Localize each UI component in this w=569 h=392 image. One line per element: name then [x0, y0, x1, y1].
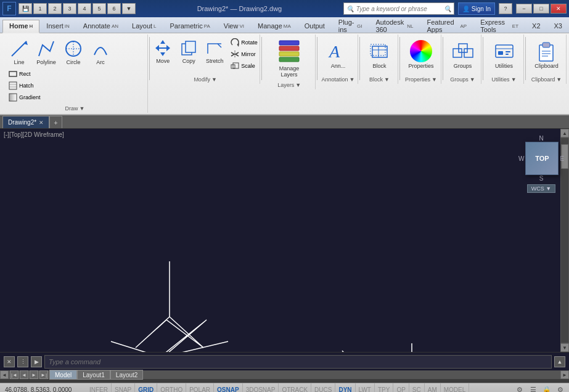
cmd-arrow-button[interactable]: ▶	[31, 356, 42, 367]
quick-btn-5[interactable]: 5	[92, 3, 106, 14]
status-lwt[interactable]: LWT	[356, 383, 375, 393]
annotation-scale-icon[interactable]: ⚙	[514, 384, 526, 393]
utilities-button[interactable]: Utilities	[488, 37, 521, 72]
line-button[interactable]: Line	[6, 37, 32, 67]
tab-autodesk360[interactable]: Autodesk 360NL	[369, 19, 420, 33]
scroll-left-button[interactable]: ◄	[0, 370, 9, 379]
status-infer[interactable]: INFER	[86, 383, 112, 393]
scale-button[interactable]: Scale	[228, 60, 260, 71]
arc-button[interactable]: Arc	[88, 37, 113, 67]
mirror-button[interactable]: Mirror	[228, 49, 260, 60]
status-ortho[interactable]: ORTHO	[157, 383, 186, 393]
viewcube-wcs-button[interactable]: WCS ▼	[527, 184, 555, 193]
stretch-button[interactable]: Stretch	[202, 37, 227, 66]
close-button[interactable]: ✕	[551, 4, 567, 14]
tab-x2[interactable]: X2	[525, 19, 547, 33]
tab-home[interactable]: HomeH	[2, 20, 39, 33]
tab-output[interactable]: Output	[298, 19, 332, 33]
status-otrack[interactable]: OTRACK	[279, 383, 311, 393]
tab-annotate[interactable]: AnnotateAN	[76, 19, 125, 33]
viewcube-box[interactable]: TOP	[525, 142, 559, 175]
group-clipboard-label[interactable]: Clipboard ▼	[530, 75, 563, 83]
status-ducs[interactable]: DUCS	[311, 383, 335, 393]
group-annotation-label[interactable]: Annotation ▼	[321, 75, 355, 83]
group-layers-label[interactable]: Layers ▼	[266, 81, 313, 88]
status-grid[interactable]: GRID	[135, 383, 157, 393]
cmd-close-button[interactable]: ✕	[4, 356, 15, 367]
status-snap[interactable]: SNAP	[112, 383, 135, 393]
doc-tab-drawing2[interactable]: Drawing2* ✕	[2, 116, 49, 128]
status-3dosnap[interactable]: 3DOSNAP	[243, 383, 279, 393]
copy-button[interactable]: Copy	[176, 37, 201, 66]
status-dyn[interactable]: DYN	[335, 383, 355, 393]
nav-start-button[interactable]: |◄	[10, 370, 18, 379]
gradient-button[interactable]: Gradient	[6, 92, 43, 103]
layout-tab-layout1[interactable]: Layout1	[77, 370, 110, 380]
maximize-button[interactable]: □	[533, 4, 549, 14]
title-search-box[interactable]: 🔍 🔍	[343, 2, 454, 15]
layout-tab-layout2[interactable]: Layout2	[110, 370, 144, 380]
nav-end-button[interactable]: ►|	[39, 370, 48, 379]
horizontal-scrollbar[interactable]: ◄ |◄ ◄ ► ►| Model Layout1 Layout2 ►	[0, 370, 569, 379]
tab-view[interactable]: ViewVI	[217, 19, 251, 33]
polyline-button[interactable]: Polyline	[33, 37, 59, 67]
tab-express-tools[interactable]: Express ToolsET	[473, 19, 525, 33]
group-groups-label[interactable]: Groups ▼	[447, 75, 478, 83]
block-button[interactable]: Block	[363, 37, 396, 72]
circle-button[interactable]: Circle	[60, 37, 86, 67]
tab-layout[interactable]: LayoutL	[125, 19, 163, 33]
cmd-options-button[interactable]: ⋮	[17, 356, 28, 367]
quick-btn-1[interactable]: 1	[33, 3, 47, 14]
minimize-button[interactable]: −	[516, 4, 532, 14]
cmd-expand-button[interactable]: ▲	[554, 356, 565, 367]
status-polar[interactable]: POLAR	[186, 383, 214, 393]
quick-save-btn[interactable]: 💾	[18, 3, 32, 14]
quick-btn-3[interactable]: 3	[63, 3, 76, 14]
viewcube[interactable]: N W TOP E S WCS ▼	[520, 135, 563, 193]
manage-layers-button[interactable]: Manage Layers	[266, 37, 313, 81]
group-draw-label[interactable]: Draw ▼	[5, 104, 145, 112]
properties-button[interactable]: Properties	[403, 37, 440, 72]
tab-featured-apps[interactable]: Featured AppsAP	[420, 19, 473, 33]
tab-x3[interactable]: X3	[547, 19, 569, 33]
annotation-button[interactable]: A Ann...	[321, 37, 354, 72]
group-block-label[interactable]: Block ▼	[364, 75, 395, 83]
group-utilities-label[interactable]: Utilities ▼	[487, 75, 521, 83]
status-model[interactable]: MODEL	[441, 383, 470, 393]
group-modify-label[interactable]: Modify ▼	[154, 75, 257, 83]
quick-btn-6[interactable]: 6	[107, 3, 121, 14]
scroll-down-button[interactable]: ▼	[560, 343, 569, 352]
groups-button[interactable]: Groups	[446, 37, 480, 72]
tab-parametric[interactable]: ParametricPA	[163, 19, 217, 33]
quick-btn-2[interactable]: 2	[48, 3, 62, 14]
quick-btn-4[interactable]: 4	[78, 3, 91, 14]
status-am[interactable]: AM	[425, 383, 441, 393]
command-input[interactable]	[44, 355, 552, 369]
scroll-right-button[interactable]: ►	[560, 370, 569, 379]
clipboard-button[interactable]: Clipboard	[529, 37, 564, 72]
settings-icon[interactable]: ⚙	[554, 384, 567, 393]
doc-tab-close-icon[interactable]: ✕	[39, 120, 44, 126]
tab-insert[interactable]: InsertIN	[39, 19, 76, 33]
group-properties-label[interactable]: Properties ▼	[404, 75, 438, 83]
status-sc[interactable]: SC	[409, 383, 425, 393]
new-tab-button[interactable]: +	[49, 116, 62, 128]
sign-in-button[interactable]: 👤 Sign In	[458, 2, 495, 15]
status-osnap[interactable]: OSNAP	[214, 383, 243, 393]
nav-next-button[interactable]: ►	[30, 370, 38, 379]
workspace-icon[interactable]: ☰	[527, 384, 539, 393]
drawing-canvas[interactable]: Y ×	[0, 129, 569, 352]
canvas[interactable]: [-][Top][2D Wireframe] Y ×	[0, 129, 569, 352]
layout-tab-model[interactable]: Model	[49, 370, 77, 380]
rotate-button[interactable]: Rotate	[228, 37, 260, 48]
search-input[interactable]	[356, 6, 444, 12]
tab-plugins[interactable]: Plug-insGI	[332, 19, 369, 33]
nav-prev-button[interactable]: ◄	[20, 370, 28, 379]
app-logo[interactable]: F	[2, 2, 16, 15]
status-qp[interactable]: QP	[393, 383, 409, 393]
status-tpy[interactable]: TPY	[375, 383, 393, 393]
quick-dropdown-btn[interactable]: ▼	[122, 3, 136, 14]
move-button[interactable]: Move	[150, 37, 175, 66]
tab-manage[interactable]: ManageMA	[251, 19, 298, 33]
help-button[interactable]: ?	[499, 3, 512, 14]
